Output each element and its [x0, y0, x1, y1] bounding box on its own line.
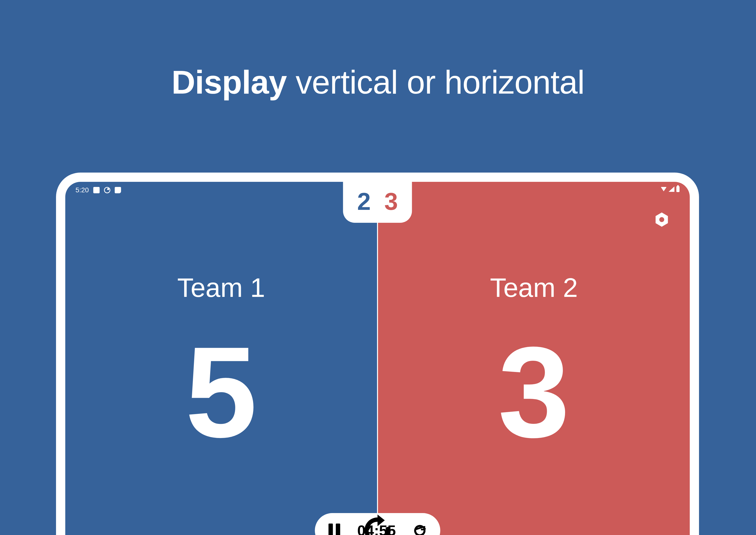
team1-panel[interactable]: 5:20 Team 1 5 — [65, 182, 378, 535]
status-time: 5:20 — [75, 186, 89, 194]
team1-name: Team 1 — [177, 272, 265, 303]
heading-rest: vertical or horizontal — [287, 64, 584, 101]
status-icon-square — [93, 187, 100, 193]
team1-score: 5 — [185, 327, 257, 457]
settings-icon[interactable] — [653, 211, 670, 228]
timer-pill: 04:55 — [315, 513, 440, 535]
status-bar-left: 5:20 — [75, 186, 121, 194]
status-icon-round — [104, 187, 110, 193]
status-bar-right — [661, 186, 680, 192]
wifi-icon — [661, 187, 667, 191]
set-score-team1: 2 — [357, 189, 371, 213]
heading-bold: Display — [172, 64, 287, 101]
signal-icon — [668, 186, 674, 192]
set-score-badge: 2 3 — [343, 182, 412, 223]
page-heading: Display vertical or horizontal — [0, 63, 756, 101]
tablet-frame: 2 3 5:20 Team 1 5 — [56, 173, 699, 535]
tablet-screen: 5:20 Team 1 5 Team 2 3 — [65, 182, 690, 535]
reset-icon[interactable] — [413, 524, 426, 535]
set-score-team2: 3 — [384, 189, 398, 213]
team2-name: Team 2 — [490, 272, 578, 303]
status-icon-doc — [115, 187, 121, 193]
team2-score: 3 — [498, 327, 570, 457]
team2-panel[interactable]: Team 2 3 — [378, 182, 690, 535]
battery-icon — [676, 186, 680, 192]
